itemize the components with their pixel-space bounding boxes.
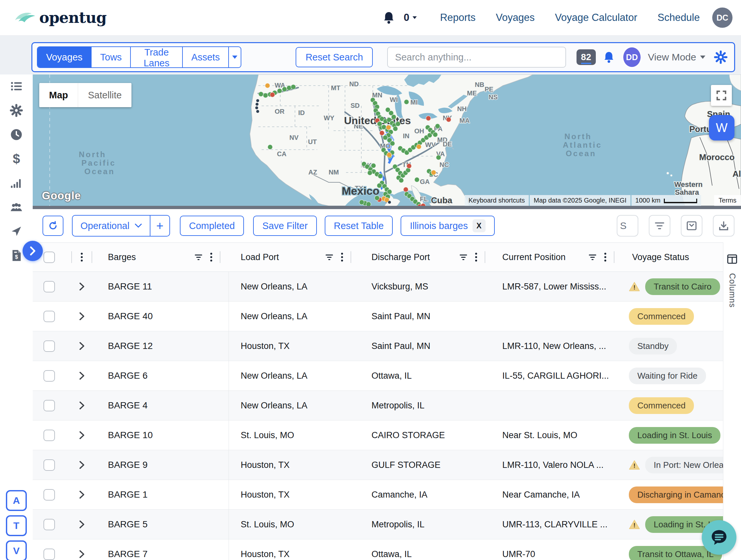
vessel-marker[interactable] (396, 122, 401, 127)
list-icon[interactable] (9, 79, 23, 93)
reset-search-button[interactable]: Reset Search (295, 47, 373, 67)
vessel-marker[interactable] (265, 83, 270, 88)
vessel-marker[interactable] (399, 178, 404, 183)
vessel-marker[interactable] (378, 174, 383, 179)
column-menu-icon[interactable] (341, 252, 343, 262)
dollar-icon-button[interactable]: S (617, 215, 638, 237)
vessel-marker[interactable] (270, 92, 275, 97)
inbox-icon-button[interactable] (681, 215, 702, 237)
column-voyage-status[interactable]: Voyage Status (632, 252, 689, 262)
settings-gear-icon[interactable] (714, 50, 728, 64)
column-filter-icon[interactable] (194, 253, 203, 261)
vessel-marker[interactable] (367, 171, 373, 175)
saved-filter-chip[interactable]: Illinois barges X (401, 216, 494, 236)
select-all-checkbox[interactable] (44, 252, 55, 263)
status-badge[interactable]: Discharging in Camanche (629, 486, 723, 503)
reset-table-button[interactable]: Reset Table (325, 216, 393, 236)
vessel-marker[interactable] (263, 93, 268, 98)
tabs-dropdown-button[interactable] (229, 47, 241, 67)
row-checkbox[interactable] (44, 311, 55, 322)
vessel-marker[interactable] (268, 145, 273, 150)
table-row[interactable]: BARGE 1Houston, TXCamanche, IANear Caman… (33, 480, 723, 510)
vessel-marker[interactable] (282, 87, 287, 92)
refresh-button[interactable] (43, 216, 63, 236)
status-badge[interactable]: Commenced (629, 308, 694, 325)
column-barges[interactable]: Barges (108, 252, 136, 262)
vessel-marker[interactable] (377, 183, 382, 188)
shortcut-assets-button[interactable]: A (6, 490, 27, 511)
expand-row-button[interactable] (77, 311, 86, 322)
expand-row-button[interactable] (77, 340, 86, 351)
column-load-port[interactable]: Load Port (241, 252, 279, 262)
status-badge[interactable]: Waiting for Ride (629, 368, 706, 384)
voyage-map[interactable]: WAMTNDSDMNWIMINYMENHMANBPENSORIDWYNEIANV… (33, 75, 741, 209)
column-menu-icon[interactable] (210, 252, 213, 262)
row-checkbox[interactable] (44, 519, 55, 530)
expand-row-button[interactable] (77, 549, 86, 560)
vessel-marker[interactable] (377, 122, 382, 127)
active-user-avatar[interactable]: DD (623, 48, 641, 67)
shortcut-tows-button[interactable]: T (6, 515, 27, 536)
vessel-marker[interactable] (375, 196, 380, 201)
table-row[interactable]: BARGE 6New Orleans, LAOttawa, ILIL-55, C… (33, 361, 723, 391)
status-badge[interactable]: In Port: New Orleans (645, 457, 723, 473)
vessel-marker[interactable] (256, 110, 259, 113)
alerts-bell-icon[interactable] (604, 51, 614, 63)
vessel-marker[interactable] (407, 164, 412, 169)
column-discharge-port[interactable]: Discharge Port (372, 252, 430, 262)
tab-assets[interactable]: Assets (183, 47, 229, 67)
expand-row-button[interactable] (77, 400, 86, 411)
row-checkbox[interactable] (44, 549, 55, 560)
column-filter-icon[interactable] (588, 253, 597, 261)
vessel-marker[interactable] (393, 127, 398, 131)
table-row[interactable]: BARGE 7Houston, TXOttawa, ILUMR-70Transi… (33, 540, 723, 560)
expand-row-button[interactable] (77, 519, 86, 530)
table-row[interactable]: BARGE 9Houston, TXGULF STORAGELMR-110, V… (33, 450, 723, 480)
row-checkbox[interactable] (44, 281, 55, 293)
warning-icon[interactable]: ! (629, 281, 640, 292)
vessel-marker[interactable] (277, 89, 282, 93)
expand-row-button[interactable] (77, 489, 86, 500)
vessel-marker[interactable] (404, 100, 409, 104)
remove-filter-icon[interactable]: X (473, 219, 486, 232)
vessel-marker[interactable] (404, 187, 408, 192)
table-row[interactable]: BARGE 10St. Louis, MOCAIRO STORAGENear S… (33, 420, 723, 450)
invoice-document-icon[interactable]: $ (9, 248, 23, 263)
expand-sidebar-button[interactable] (22, 241, 43, 261)
vessel-marker[interactable] (390, 141, 395, 146)
vessel-marker[interactable] (259, 92, 264, 97)
expand-row-button[interactable] (77, 459, 86, 471)
opentug-logo[interactable]: opentug (14, 9, 106, 26)
result-count-badge[interactable]: 82 (577, 49, 596, 65)
nav-reports[interactable]: Reports (440, 12, 476, 23)
vessel-marker[interactable] (359, 200, 364, 205)
tab-tows[interactable]: Tows (91, 47, 131, 67)
notification-count-dropdown[interactable]: 0 (404, 12, 417, 23)
table-row[interactable]: BARGE 40New Orleans, LASaint Paul, MNCom… (33, 302, 723, 331)
row-checkbox[interactable] (44, 489, 55, 500)
filter-icon-button[interactable] (649, 215, 670, 237)
vessel-marker[interactable] (388, 201, 391, 204)
tab-voyages[interactable]: Voyages (38, 47, 91, 67)
completed-filter-button[interactable]: Completed (180, 216, 244, 236)
table-row[interactable]: BARGE 5St. Louis, MOMetropolis, ILUMR-11… (33, 510, 723, 540)
vessel-marker[interactable] (371, 163, 376, 168)
filter-preset-dropdown[interactable]: Operational (73, 216, 150, 236)
row-checkbox[interactable] (44, 459, 55, 471)
row-checkbox[interactable] (44, 400, 55, 411)
table-row[interactable]: BARGE 4New Orleans, LAMetropolis, ILComm… (33, 391, 723, 420)
map-type-map-button[interactable]: Map (39, 83, 78, 107)
shortcut-voyages-button[interactable]: V (6, 540, 27, 560)
vessel-marker[interactable] (415, 177, 419, 182)
vessel-marker[interactable] (387, 153, 392, 157)
nav-schedule[interactable]: Schedule (658, 12, 700, 23)
status-badge[interactable]: Commenced (629, 397, 694, 414)
vessel-marker[interactable] (433, 132, 438, 137)
vessel-marker[interactable] (291, 85, 296, 89)
warning-icon[interactable]: ! (629, 519, 640, 530)
search-input[interactable] (387, 47, 566, 68)
warning-icon[interactable]: ! (629, 460, 640, 470)
status-badge[interactable]: Loading in St. Louis (629, 427, 721, 444)
expand-row-button[interactable] (77, 281, 86, 292)
column-menu-icon[interactable] (475, 252, 477, 262)
